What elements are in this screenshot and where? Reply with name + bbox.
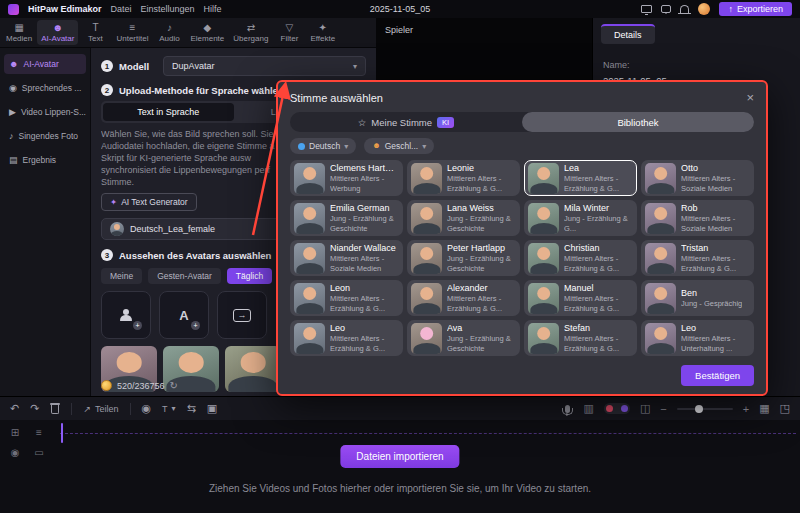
tab-taeglich[interactable]: Täglich: [227, 268, 272, 284]
sidebar-item-ai-avatar[interactable]: ☻ AI-Avatar: [4, 54, 86, 74]
timeline-zoom-slider[interactable]: [677, 408, 733, 410]
fullscreen-icon[interactable]: ◳: [780, 402, 790, 415]
voice-card[interactable]: Rob Mittleren Alters - Soziale Medien: [641, 200, 754, 236]
redo-icon[interactable]: ↷: [30, 402, 39, 415]
voice-card[interactable]: Alexander Mittleren Alters - Erzählung &…: [407, 280, 520, 316]
tab-uebergang[interactable]: ⇄ Übergang: [229, 20, 272, 45]
voice-description: Mittleren Alters - Erzählung & G...: [564, 334, 633, 354]
voice-description: Mittleren Alters - Erzählung & G...: [564, 294, 633, 314]
share-button[interactable]: ↗ Teilen: [83, 404, 118, 414]
import-files-button[interactable]: Dateien importieren: [340, 445, 459, 468]
tab-elemente[interactable]: ◆ Elemente: [186, 20, 228, 45]
split-tool-icon[interactable]: ⇆: [187, 402, 196, 415]
sidebar-item-video-lippen-sync[interactable]: ▶ Video Lippen-S...: [4, 102, 86, 122]
microphone-icon[interactable]: [565, 405, 570, 413]
feedback-icon[interactable]: [661, 5, 671, 13]
voice-card[interactable]: Peter Hartlapp Jung - Erzählung & Geschi…: [407, 240, 520, 276]
voice-name: Stefan: [564, 323, 633, 333]
titlebar: HitPaw Edimakor Datei Einstellungen Hilf…: [0, 0, 800, 18]
snap-icon[interactable]: ⊞: [7, 427, 23, 438]
elements-icon: ◆: [204, 23, 212, 33]
voice-name: Ava: [447, 323, 516, 333]
tab-gesten-avatar[interactable]: Gesten-Avatar: [148, 268, 221, 284]
voice-card[interactable]: Mila Winter Jung - Erzählung & G...: [524, 200, 637, 236]
model-dropdown[interactable]: DupAvatar ▾: [163, 56, 366, 76]
tab-meine-stimme[interactable]: ☆ Meine Stimme KI: [290, 112, 522, 132]
voice-card[interactable]: Lea Mittleren Alters - Erzählung & G...: [524, 160, 637, 196]
sidebar-item-sprechendes-foto[interactable]: ◉ Sprechendes ...: [4, 78, 86, 98]
user-avatar[interactable]: [698, 3, 710, 15]
import-avatar-button[interactable]: [217, 291, 267, 339]
delete-icon[interactable]: [50, 403, 60, 414]
compare-view-icon[interactable]: ◫: [640, 402, 650, 415]
menu-datei[interactable]: Datei: [111, 4, 132, 14]
record-icon[interactable]: ◉: [7, 447, 23, 458]
language-filter-dropdown[interactable]: Deutsch ▾: [290, 138, 356, 154]
results-icon: ▤: [9, 155, 18, 165]
tab-filter[interactable]: ▽ Filter: [273, 20, 305, 45]
voice-name: Manuel: [564, 283, 633, 293]
avatar-photo[interactable]: [225, 346, 281, 392]
voice-card[interactable]: Clemens Hartm... Mittleren Alters - Werb…: [290, 160, 403, 196]
refresh-icon[interactable]: ↻: [170, 380, 178, 391]
zoom-out-icon[interactable]: −: [660, 403, 666, 415]
close-icon[interactable]: ×: [746, 92, 754, 104]
link-icon[interactable]: ≡: [31, 427, 47, 438]
audio-toggle[interactable]: [604, 403, 630, 414]
voice-card[interactable]: Manuel Mittleren Alters - Erzählung & G.…: [524, 280, 637, 316]
menu-einstellungen[interactable]: Einstellungen: [141, 4, 195, 14]
voice-avatar-thumbnail: [645, 243, 676, 274]
create-custom-avatar-button[interactable]: [101, 291, 151, 339]
tab-effekte[interactable]: ✦ Effekte: [306, 20, 339, 45]
tab-audio[interactable]: ♪ Audio: [153, 20, 185, 45]
voice-card[interactable]: Ben Jung - Gesprächig: [641, 280, 754, 316]
voice-card[interactable]: Leo Mittleren Alters - Unterhaltung ...: [641, 320, 754, 356]
create-text-avatar-button[interactable]: [159, 291, 209, 339]
voice-card[interactable]: Emilia German Jung - Erzählung & Geschic…: [290, 200, 403, 236]
voice-card[interactable]: Otto Mittleren Alters - Soziale Medien: [641, 160, 754, 196]
plus-badge-icon: [191, 321, 200, 330]
gender-icon: ☻: [372, 142, 380, 150]
voice-card[interactable]: Tristan Mittleren Alters - Erzählung & G…: [641, 240, 754, 276]
voice-card[interactable]: Leo Mittleren Alters - Erzählung & G...: [290, 320, 403, 356]
modal-title: Stimme auswählen: [290, 92, 383, 104]
voice-card[interactable]: Ava Jung - Erzählung & Geschichte: [407, 320, 520, 356]
tab-untertitel[interactable]: ≡ Untertitel: [112, 20, 152, 45]
crop-tool-icon[interactable]: ▣: [207, 402, 217, 415]
tab-meine[interactable]: Meine: [101, 268, 142, 284]
tab-text-in-sprache[interactable]: Text in Sprache: [103, 103, 234, 121]
step-number-2: 2: [101, 84, 113, 96]
fit-timeline-icon[interactable]: ▦: [759, 402, 769, 415]
tab-text[interactable]: T Text: [79, 20, 111, 45]
slider-knob[interactable]: [695, 405, 703, 413]
voice-card[interactable]: Leon Mittleren Alters - Erzählung & G...: [290, 280, 403, 316]
voice-avatar-thumbnail: [645, 203, 676, 234]
menu-hilfe[interactable]: Hilfe: [204, 4, 222, 14]
tab-medien[interactable]: ▦ Medien: [2, 20, 36, 45]
mute-icon[interactable]: ▭: [31, 447, 47, 458]
sidebar-item-ergebnis[interactable]: ▤ Ergebnis: [4, 150, 86, 170]
tab-ai-avatar[interactable]: ☻ AI-Avatar: [37, 20, 78, 45]
screen-record-icon[interactable]: [641, 5, 652, 13]
confirm-button[interactable]: Bestätigen: [681, 365, 754, 386]
voice-card[interactable]: Leonie Mittleren Alters - Erzählung & G.…: [407, 160, 520, 196]
zoom-in-icon[interactable]: +: [743, 403, 749, 415]
voice-card[interactable]: Stefan Mittleren Alters - Erzählung & G.…: [524, 320, 637, 356]
ai-text-generator-button[interactable]: ✦ AI Text Generator: [101, 193, 197, 211]
voice-card[interactable]: Lana Weiss Jung - Erzählung & Geschichte: [407, 200, 520, 236]
export-button[interactable]: ↑ Exportieren: [719, 2, 792, 16]
tab-details[interactable]: Details: [601, 24, 655, 44]
voice-card[interactable]: Niander Wallace Mittleren Alters - Sozia…: [290, 240, 403, 276]
voice-card[interactable]: Christian Mittleren Alters - Erzählung &…: [524, 240, 637, 276]
undo-icon[interactable]: ↶: [10, 402, 19, 415]
text-tool-button[interactable]: T ▾: [162, 404, 176, 414]
credits-balance: 520/236756 ↻: [101, 380, 178, 391]
sidebar-item-singendes-foto[interactable]: ♪ Singendes Foto: [4, 126, 86, 146]
notifications-icon[interactable]: [680, 5, 689, 13]
gender-filter-dropdown[interactable]: ☻ Geschl... ▾: [364, 138, 434, 154]
ai-avatar-icon: ☻: [9, 59, 18, 69]
voice-description: Mittleren Alters - Soziale Medien: [330, 254, 399, 274]
audio-levels-icon[interactable]: ▥: [584, 402, 594, 415]
tab-bibliothek[interactable]: Bibliothek: [522, 112, 754, 132]
voiceover-icon[interactable]: ◉: [142, 402, 152, 415]
